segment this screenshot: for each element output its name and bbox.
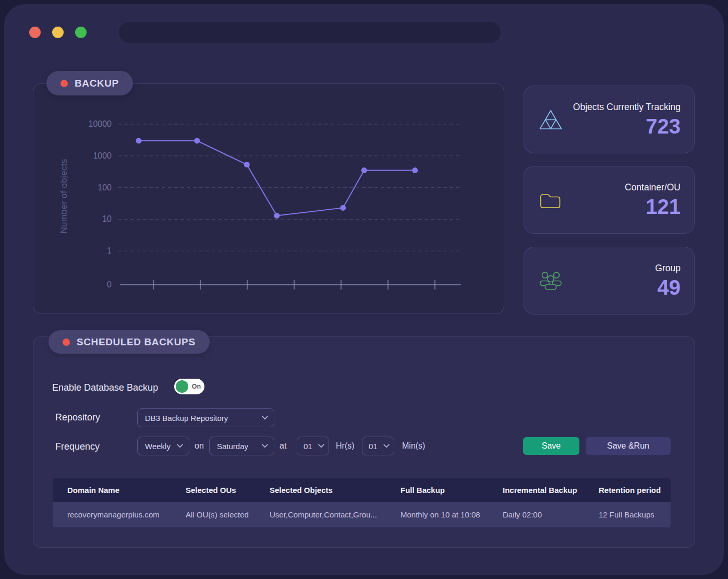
y-axis-label: Number of objects	[59, 159, 69, 233]
data-line	[139, 141, 415, 216]
chevron-down-icon	[262, 444, 268, 448]
table-header-row: Domain Name Selected OUs Selected Object…	[53, 478, 671, 502]
cell-retention-period: 12 Full Backups	[599, 510, 671, 519]
cell-domain-name: recoverymanagerplus.com	[67, 510, 186, 519]
backup-section-title: BACKUP	[75, 78, 119, 89]
app-window: BACKUP 1000010001001010 Number of object…	[4, 4, 724, 575]
backup-chart-panel: 1000010001001010 Number of objects	[33, 83, 504, 314]
day-select-value: Saturday	[217, 442, 248, 451]
scheduled-backups-title: SCHEDULED BACKUPS	[77, 336, 196, 348]
stat-label: Container/OU	[625, 182, 681, 193]
backup-schedule-table: Domain Name Selected OUs Selected Object…	[53, 478, 671, 527]
save-button[interactable]: Save	[523, 437, 579, 455]
data-point	[412, 167, 418, 173]
maximize-window-icon[interactable]	[75, 27, 87, 38]
stat-value: 723	[573, 115, 681, 137]
table-row: recoverymanagerplus.com All OU(s) select…	[53, 502, 671, 527]
stat-label: Group	[655, 263, 681, 274]
at-label: at	[280, 441, 286, 451]
folder-icon	[539, 190, 562, 210]
column-header: Retention period	[599, 486, 671, 494]
data-point	[244, 162, 250, 167]
chevron-down-icon	[262, 416, 268, 420]
y-tick-label: 10	[102, 214, 112, 223]
chevron-down-icon	[318, 444, 324, 448]
stat-card-container-ou: Container/OU 121	[524, 166, 695, 234]
minute-unit-label: Min(s)	[402, 441, 425, 451]
window-controls	[29, 27, 87, 38]
chevron-down-icon	[383, 444, 390, 448]
minute-select-value: 01	[369, 442, 378, 451]
y-tick-label: 100	[98, 183, 112, 192]
y-tick-label: 0	[107, 280, 112, 289]
column-header: Domain Name	[67, 486, 186, 494]
chevron-down-icon	[177, 444, 183, 448]
cell-full-backup: Monthly on 10 at 10:08	[401, 510, 503, 519]
cell-incremental-backup: Daily 02:00	[503, 510, 599, 519]
column-header: Selected Objects	[270, 486, 401, 494]
enable-backup-toggle[interactable]: On	[174, 379, 204, 394]
scheduled-backups-panel: Enable Database Backup On Repository DB3…	[33, 336, 695, 548]
minute-select[interactable]: 01	[362, 437, 394, 455]
scheduled-backups-section-header: SCHEDULED BACKUPS	[48, 330, 210, 354]
day-select[interactable]: Saturday	[209, 437, 274, 455]
repository-select-value: DB3 Backup Repository	[145, 414, 228, 423]
column-header: Incremental Backup	[503, 486, 599, 494]
backup-section-header: BACKUP	[46, 71, 133, 95]
data-point	[361, 167, 367, 173]
triangle-icon	[539, 108, 563, 130]
frequency-label: Frequency	[55, 441, 100, 452]
data-point	[194, 138, 200, 143]
toggle-knob	[176, 380, 188, 393]
repository-select[interactable]: DB3 Backup Repository	[137, 408, 274, 427]
hour-select-value: 01	[304, 442, 312, 451]
enable-backup-label: Enable Database Backup	[52, 382, 158, 393]
stat-card-group: Group 49	[524, 247, 695, 315]
data-point	[274, 213, 280, 219]
close-window-icon[interactable]	[29, 27, 41, 38]
hour-unit-label: Hr(s)	[336, 441, 355, 451]
data-point	[340, 205, 346, 211]
minimize-window-icon[interactable]	[52, 27, 64, 38]
toggle-state-label: On	[188, 383, 204, 390]
column-header: Selected OUs	[186, 486, 270, 494]
address-bar[interactable]	[119, 22, 501, 43]
backup-chart-svg: 1000010001001010	[33, 84, 505, 315]
stat-label: Objects Currently Tracking	[573, 102, 681, 113]
save-and-run-button[interactable]: Save &Run	[586, 437, 671, 455]
cell-selected-objects: User,Computer,Contact,Grou...	[270, 510, 401, 519]
on-label: on	[195, 441, 204, 451]
section-dot-icon	[60, 80, 68, 87]
stat-card-objects-tracking: Objects Currently Tracking 723	[524, 86, 695, 153]
frequency-select[interactable]: Weekly	[137, 437, 189, 455]
data-point	[136, 138, 141, 143]
y-tick-label: 10000	[89, 119, 112, 128]
section-dot-icon	[63, 339, 70, 346]
stat-value: 121	[625, 196, 681, 218]
group-icon	[539, 270, 563, 292]
hour-select[interactable]: 01	[297, 437, 329, 455]
y-tick-label: 1	[107, 246, 112, 255]
y-tick-label: 1000	[93, 151, 112, 160]
stat-value: 49	[655, 276, 681, 298]
frequency-select-value: Weekly	[145, 442, 171, 451]
repository-label: Repository	[55, 412, 100, 423]
cell-selected-ous: All OU(s) selected	[186, 510, 270, 519]
column-header: Full Backup	[401, 486, 503, 494]
